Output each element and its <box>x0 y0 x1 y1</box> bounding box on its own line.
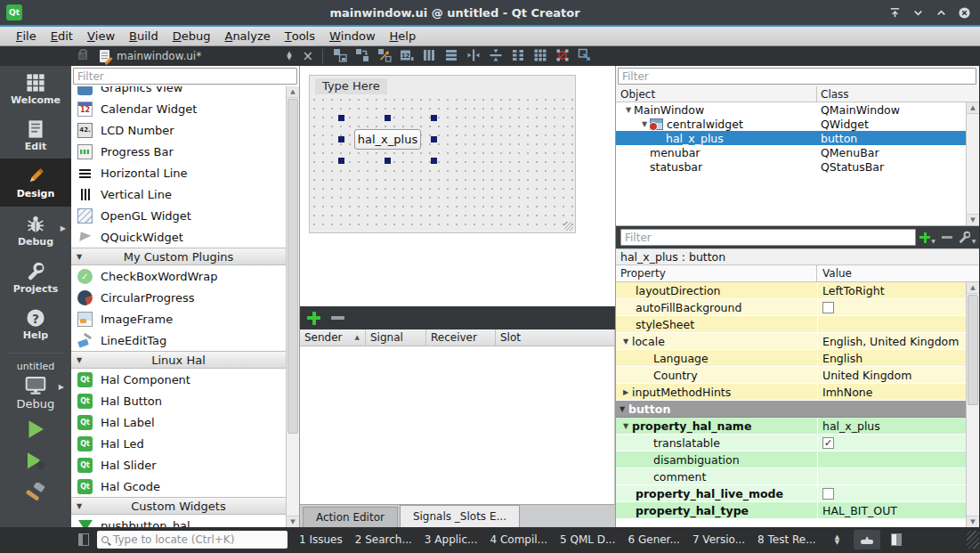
close-document-icon[interactable]: × <box>303 48 314 64</box>
run-debug-button[interactable] <box>0 445 71 477</box>
widget-item-opengl-widget[interactable]: OpenGL Widget <box>71 205 286 226</box>
selection-handle-bottom[interactable] <box>385 158 391 164</box>
output-pane-1-issues[interactable]: 1 Issues <box>293 530 349 549</box>
output-pane-3-applic[interactable]: 3 Applic... <box>418 530 484 549</box>
layout-form-icon[interactable] <box>508 47 528 63</box>
mode-edit[interactable]: Edit <box>0 112 71 159</box>
widget-item-hal-component[interactable]: QtHal Component <box>71 369 286 390</box>
scroll-up-icon[interactable]: ▲ <box>967 282 979 294</box>
keep-above-icon[interactable] <box>887 5 902 20</box>
property-value[interactable]: hal_x_plus <box>822 418 880 434</box>
output-pane-7-versio[interactable]: 7 Versio... <box>686 530 751 549</box>
scroll-thumb[interactable] <box>968 295 978 405</box>
scroll-down-icon[interactable]: ▼ <box>967 214 979 225</box>
property-value[interactable]: ImhNone <box>822 384 872 400</box>
column-header-receiver[interactable]: Receiver <box>426 329 496 346</box>
selection-handle-top[interactable] <box>385 115 391 121</box>
mode-debug[interactable]: Debug▶ <box>0 207 71 255</box>
object-row-statusbar[interactable]: statusbarQStatusBar <box>616 159 966 174</box>
property-row-locale[interactable]: ▼localeEnglish, United Kingdom <box>616 333 966 350</box>
mode-help[interactable]: ?Help <box>0 301 71 347</box>
expander-icon[interactable]: ▼ <box>620 337 632 346</box>
property-editor-scrollbar[interactable]: ▲▼ <box>966 282 979 527</box>
scroll-up-icon[interactable]: ▲ <box>287 86 299 98</box>
output-pane-switcher-icon[interactable]: ▲▼ <box>835 534 839 545</box>
scroll-down-icon[interactable]: ▼ <box>287 516 299 527</box>
property-value[interactable] <box>822 299 834 315</box>
widget-item-pushbutton-hal[interactable]: pushbutton_hal <box>71 515 286 527</box>
checkbox-checked-icon[interactable]: ✓ <box>822 437 834 449</box>
selection-handle-bottom-left[interactable] <box>338 158 344 164</box>
build-button[interactable] <box>0 477 71 509</box>
chevron-up-icon[interactable] <box>934 5 948 20</box>
column-header-class[interactable]: Class <box>817 86 979 102</box>
menu-debug[interactable]: Debug <box>166 27 218 45</box>
object-row-menubar[interactable]: menubarQMenuBar <box>616 145 966 159</box>
widget-item-hal-label[interactable]: QtHal Label <box>71 411 286 433</box>
hal-x-plus-widget[interactable]: hal_x_plus <box>354 129 421 150</box>
property-row-comment[interactable]: comment <box>616 468 966 485</box>
property-row-language[interactable]: LanguageEnglish <box>616 350 966 367</box>
property-row-stylesheet[interactable]: styleSheet <box>616 316 966 333</box>
property-row-disambiguation[interactable]: disambiguation <box>616 451 966 468</box>
edit-widgets-icon[interactable] <box>330 47 350 63</box>
property-value[interactable]: English <box>822 350 863 366</box>
output-pane-4-compil[interactable]: 4 Compil... <box>483 530 554 549</box>
expander-icon[interactable]: ▶ <box>620 388 632 396</box>
property-value[interactable]: English, United Kingdom <box>822 333 959 349</box>
widget-item-lcd-number[interactable]: 42.LCD Number <box>71 119 286 141</box>
property-value[interactable]: LeftToRight <box>822 282 885 298</box>
widget-item-progress-bar[interactable]: Progress Bar <box>71 141 286 162</box>
column-header-sender[interactable]: Sender▲ <box>300 329 366 346</box>
widget-item-vertical-line[interactable]: Vertical Line <box>71 183 286 205</box>
column-header-signal[interactable]: Signal <box>366 329 426 346</box>
column-header-value[interactable]: Value <box>817 265 979 281</box>
adjust-size-icon[interactable] <box>575 47 595 63</box>
scroll-thumb[interactable] <box>288 99 298 434</box>
remove-dynamic-property-button[interactable] <box>937 229 957 247</box>
widget-item-circularprogress[interactable]: CircularProgress <box>71 287 286 308</box>
output-pane-5-qml-d[interactable]: 5 QML D... <box>554 530 621 549</box>
mode-projects[interactable]: Projects <box>0 255 71 301</box>
splitter-horizontal-icon[interactable] <box>464 47 483 63</box>
property-value[interactable]: ✓ <box>822 435 834 451</box>
layout-horizontal-icon[interactable] <box>419 47 439 63</box>
locator-box[interactable]: Type to locate (Ctrl+K) <box>97 531 288 549</box>
chevron-down-icon[interactable] <box>911 5 925 20</box>
property-row-country[interactable]: CountryUnited Kingdom <box>616 367 966 384</box>
menu-help[interactable]: Help <box>383 27 424 45</box>
widget-item-hal-gcode[interactable]: QtHal Gcode <box>71 476 286 497</box>
selection-handle-bottom-right[interactable] <box>431 158 437 164</box>
remove-connection-button[interactable] <box>331 316 344 320</box>
menu-type-here-placeholder[interactable]: Type Here <box>315 78 387 94</box>
object-row-mainwindow[interactable]: ▼MainWindowQMainWindow <box>616 102 966 117</box>
add-dynamic-property-button[interactable]: ▼ <box>918 229 937 247</box>
object-row-hal-x-plus[interactable]: hal_x_plusbutton <box>616 131 966 145</box>
expander-icon[interactable]: ▼ <box>620 422 632 430</box>
edit-buddies-icon[interactable] <box>375 47 394 63</box>
maximize-output-pane-button[interactable]: ▲ <box>854 530 880 549</box>
property-group-button[interactable]: ▼button <box>616 401 966 418</box>
widget-item-horizontal-line[interactable]: Horizontal Line <box>71 162 286 183</box>
menu-tools[interactable]: Tools <box>278 27 322 45</box>
kit-selector[interactable]: Debug▶ <box>0 372 71 413</box>
tab-signals-slots-e[interactable]: Signals _Slots E... <box>400 505 520 527</box>
left-sidebar-toggle-icon[interactable] <box>78 533 89 546</box>
edit-signals-slots-icon[interactable] <box>352 47 372 63</box>
edit-tab-order-icon[interactable]: 12 <box>397 47 417 63</box>
widget-item-graphics-view[interactable]: Graphics View <box>71 86 286 98</box>
expander-icon[interactable]: ▼ <box>616 405 628 413</box>
selection-handle-top-right[interactable] <box>431 115 437 121</box>
object-inspector-scrollbar[interactable]: ▲▼ <box>966 102 979 225</box>
property-row-property-hal-name[interactable]: ▼property_hal_namehal_x_plus <box>616 418 966 435</box>
scroll-up-icon[interactable]: ▲ <box>967 102 979 114</box>
property-row-inputmethodhints[interactable]: ▶inputMethodHintsImhNone <box>616 384 966 401</box>
break-layout-icon[interactable] <box>553 47 572 63</box>
menu-file[interactable]: File <box>9 27 44 45</box>
property-row-property-hal-type[interactable]: property_hal_typeHAL_BIT_OUT <box>616 502 966 519</box>
widget-item-hal-led[interactable]: QtHal Led <box>71 433 286 454</box>
menu-edit[interactable]: Edit <box>44 27 80 45</box>
widget-section-linux-hal[interactable]: ▼Linux Hal <box>71 351 286 369</box>
output-pane-2-search[interactable]: 2 Search... <box>349 530 418 549</box>
output-pane-6-gener[interactable]: 6 Gener... <box>622 530 686 549</box>
